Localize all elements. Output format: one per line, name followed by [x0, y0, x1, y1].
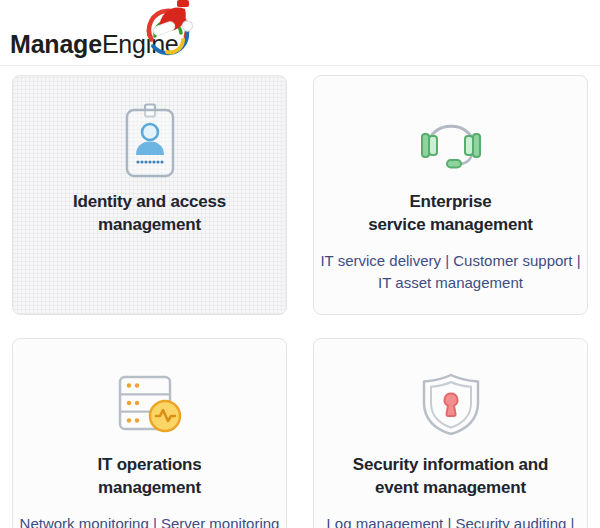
card-sublinks[interactable]: Network monitoring | Server monitoring |… — [15, 513, 284, 528]
logo-text-bold: Manage — [10, 30, 102, 58]
icon-box — [15, 365, 284, 443]
card-title-line: Security information and — [316, 453, 585, 476]
icon-box — [316, 102, 585, 180]
card-title-line: service management — [316, 213, 585, 236]
swirl-with-santa-hat-icon — [141, 0, 199, 62]
card-identity-and-access-management[interactable]: Identity and access management — [12, 75, 287, 315]
shield-keyhole-icon — [420, 373, 482, 435]
id-badge-icon — [122, 103, 178, 179]
card-title-line: Identity and access — [15, 190, 284, 213]
icon-box — [15, 102, 284, 180]
card-title: Enterprise service management — [316, 190, 585, 236]
card-sublinks[interactable]: IT service delivery | Customer support |… — [316, 250, 585, 294]
card-sublinks[interactable]: Log management | Security auditing | Thr… — [316, 513, 585, 528]
card-title-line: management — [15, 476, 284, 499]
card-title-line: Enterprise — [316, 190, 585, 213]
card-title-line: management — [15, 213, 284, 236]
headset-icon — [415, 109, 487, 173]
page-header: ManageEngine — [0, 0, 600, 66]
product-category-grid: Identity and access management Enterpris… — [0, 66, 600, 528]
card-title-line: IT operations — [15, 453, 284, 476]
card-it-operations-management[interactable]: IT operations management Network monitor… — [12, 338, 287, 528]
icon-box — [316, 365, 585, 443]
santa-hat-tip — [177, 0, 189, 7]
card-title: Security information and event managemen… — [316, 453, 585, 499]
card-security-information-and-event-management[interactable]: Security information and event managemen… — [313, 338, 588, 528]
card-title: Identity and access management — [15, 190, 284, 236]
card-title-line: event management — [316, 476, 585, 499]
card-enterprise-service-management[interactable]: Enterprise service management IT service… — [313, 75, 588, 315]
server-monitoring-icon — [117, 374, 183, 434]
card-title: IT operations management — [15, 453, 284, 499]
